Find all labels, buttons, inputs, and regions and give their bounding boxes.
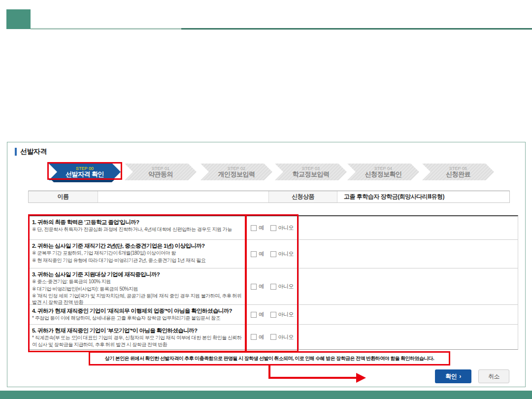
brand-logo-block (6, 9, 31, 29)
checkbox-icon[interactable] (270, 284, 276, 290)
answer-cell: 예 아니오 (247, 268, 299, 304)
checkbox-icon[interactable] (251, 312, 257, 318)
title-accent-bar (15, 148, 17, 156)
empty-cell (299, 268, 518, 304)
yes-label: 예 (259, 283, 264, 290)
no-label: 아니오 (278, 311, 294, 318)
step-label: 신청정보확인 (365, 171, 402, 178)
step-01-terms: STEP 01 약관동의 (125, 164, 197, 180)
no-label: 아니오 (278, 283, 294, 290)
step-03-school-info: STEP 03 학교정보입력 (275, 164, 347, 180)
no-label: 아니오 (278, 333, 294, 341)
chevron-right-icon: › (459, 373, 461, 380)
question-row-2: 2. 귀하는 심사일 기준 재직기간 2년(단, 중소중견기업은 1년) 이상입… (30, 240, 518, 268)
confirm-button[interactable]: 확인 › (435, 369, 471, 383)
yes-checkbox[interactable]: 예 (251, 283, 264, 290)
question-title: 3. 귀하는 심사일 기준 지원대상 기업에 재직중입니까? (32, 271, 242, 278)
no-checkbox[interactable]: 아니오 (270, 250, 294, 258)
applicant-info-table: 이름 신청상품 고졸 후학습자 장학금(희망사다리Ⅱ유형) (28, 191, 510, 203)
yes-label: 예 (259, 224, 264, 232)
empty-cell (299, 216, 518, 239)
question-row-1: 1. 귀하의 최종 학력은 '고등학교 졸업'입니까? ※ 단, 전문학사 취득… (30, 216, 518, 240)
question-note: ※ '재직 인정 제외 기업(국가 및 지방자치단체, 공공기관 등)'에 재직… (32, 293, 242, 305)
step-label: 약관동의 (148, 171, 173, 178)
question-title: 5. 귀하가 현재 재직중인 기업이 '부모기업'*이 아님을 확인하셨습니까? (32, 327, 242, 334)
confirm-button-label: 확인 (445, 372, 457, 381)
cancel-button[interactable]: 취소 (478, 369, 509, 383)
red-arrowhead-icon (356, 373, 366, 383)
header-divider-dark (181, 28, 532, 30)
question-cell: 1. 귀하의 최종 학력은 '고등학교 졸업'입니까? ※ 단, 전문학사 취득… (30, 216, 247, 239)
answer-cell: 예 아니오 (247, 216, 299, 239)
checkbox-icon[interactable] (270, 225, 276, 231)
yes-checkbox[interactable]: 예 (251, 311, 264, 318)
question-note: * 주점업 등이 이에 해당하며, 상세내용은 고졸 후학습자 장학금 업무처리… (32, 315, 242, 321)
no-label: 아니오 (278, 250, 294, 258)
checkbox-icon[interactable] (251, 251, 257, 257)
question-row-4: 4. 귀하가 현재 재직중인 기업이 '재직의무 이행제외 업종'*이 아님을 … (30, 305, 518, 325)
empty-cell (299, 325, 518, 349)
no-label: 아니오 (278, 224, 294, 232)
step-02-personal-info: STEP 02 개인정보입력 (200, 164, 272, 180)
step-label: 학교정보입력 (293, 171, 330, 178)
question-row-5: 5. 귀하가 현재 재직중인 기업이 '부모기업'*이 아님을 확인하셨습니까?… (30, 325, 518, 349)
step-05-complete: STEP 05 신청완료 (422, 164, 494, 180)
question-row-3: 3. 귀하는 심사일 기준 지원대상 기업에 재직중입니까? ※ 중소·중견기업… (30, 268, 518, 305)
red-arrow-horizontal-line (268, 377, 357, 379)
name-value (98, 191, 269, 202)
answer-cell: 예 아니오 (247, 325, 299, 349)
checkbox-icon[interactable] (251, 225, 257, 231)
cancel-button-label: 취소 (488, 372, 499, 381)
page-title: 선발자격 (20, 147, 47, 156)
product-value: 고졸 후학습자 장학금(희망사다리Ⅱ유형) (337, 191, 509, 202)
question-cell: 4. 귀하가 현재 재직중인 기업이 '재직의무 이행제외 업종'*이 아님을 … (30, 305, 247, 324)
yes-checkbox[interactable]: 예 (251, 250, 264, 258)
question-title: 2. 귀하는 심사일 기준 재직기간 2년(단, 중소중견기업은 1년) 이상입… (32, 242, 242, 249)
question-cell: 2. 귀하는 심사일 기준 재직기간 2년(단, 중소중견기업은 1년) 이상입… (30, 240, 247, 268)
step-00-selection-check: STEP 00 선발자격 확인 (49, 164, 121, 180)
question-note: * 직계존속(부 또는 모)이 대표인 기업의 경우, 신청자의 부모 기업 재… (32, 334, 242, 347)
question-note: ※ 현 재직중인 기업 유형에 따라 대기업·비영리기관 2년, 중소중견기업 … (32, 257, 242, 264)
answer-cell: 예 아니오 (247, 240, 299, 268)
question-cell: 5. 귀하가 현재 재직중인 기업이 '부모기업'*이 아님을 확인하셨습니까?… (30, 325, 247, 349)
yes-checkbox[interactable]: 예 (251, 224, 264, 232)
step-label: 개인정보입력 (218, 171, 255, 178)
yes-label: 예 (259, 250, 264, 258)
confirmation-statement: 상기 본인은 위에서 확인한 선발자격이 추후 미충족함으로 판명될 시 장학생… (89, 352, 450, 366)
question-note: ※ 중소·중견기업: 등록금의 100% 지원 (32, 278, 242, 285)
question-note: ※ 단, 전문학사 취득자가 전공심화 과정에 진학하거나, 4년제 대학에 신… (32, 226, 242, 233)
no-checkbox[interactable]: 아니오 (270, 283, 294, 290)
question-title: 1. 귀하의 최종 학력은 '고등학교 졸업'입니까? (32, 219, 242, 226)
empty-cell (299, 240, 518, 268)
product-header: 신청상품 (269, 191, 337, 202)
empty-cell (299, 305, 518, 324)
step-04-application-check: STEP 04 신청정보확인 (347, 164, 419, 180)
step-label: 선발자격 확인 (66, 171, 104, 178)
question-cell: 3. 귀하는 심사일 기준 지원대상 기업에 재직중입니까? ※ 중소·중견기업… (30, 268, 247, 304)
name-header: 이름 (29, 191, 98, 202)
no-checkbox[interactable]: 아니오 (270, 311, 294, 318)
active-step-fold (51, 180, 114, 182)
footer-bar (0, 391, 532, 399)
checkbox-icon[interactable] (270, 334, 276, 340)
question-note: ※ 대기업·비영리법인(비사업자): 등록금의 50%지원 (32, 286, 242, 292)
step-label: 신청완료 (446, 171, 470, 178)
checkbox-icon[interactable] (270, 251, 276, 257)
yes-label: 예 (259, 311, 264, 318)
question-note: ※ 군복무 기간 포함하되, 기업 재직기간이 6개월(180일) 이상이어야 … (32, 250, 242, 256)
checkbox-icon[interactable] (270, 312, 276, 318)
checkbox-icon[interactable] (251, 334, 257, 340)
question-title: 4. 귀하가 현재 재직중인 기업이 '재직의무 이행제외 업종'*이 아님을 … (32, 307, 242, 314)
qualification-question-table: 1. 귀하의 최종 학력은 '고등학교 졸업'입니까? ※ 단, 전문학사 취득… (29, 215, 518, 350)
no-checkbox[interactable]: 아니오 (270, 224, 294, 232)
answer-cell: 예 아니오 (247, 305, 299, 324)
yes-checkbox[interactable]: 예 (251, 333, 264, 341)
header-divider-light (31, 28, 181, 30)
checkbox-icon[interactable] (251, 284, 257, 290)
no-checkbox[interactable]: 아니오 (270, 333, 294, 341)
yes-label: 예 (259, 333, 264, 341)
